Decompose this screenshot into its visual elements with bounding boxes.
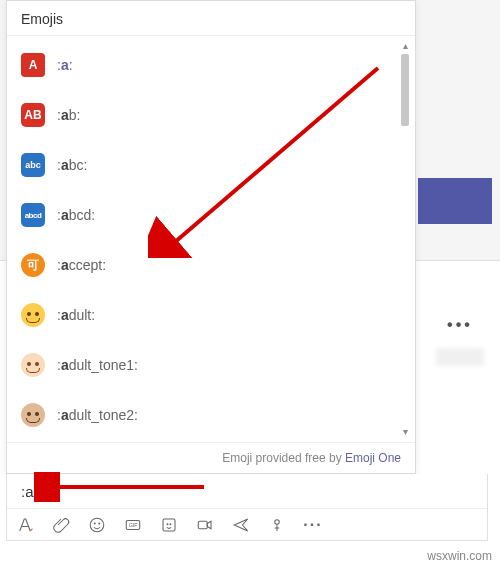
message-input-value: :a bbox=[21, 483, 34, 500]
meet-icon[interactable] bbox=[195, 515, 215, 535]
emoji-scrollbar[interactable]: ▴ ▾ bbox=[397, 40, 413, 438]
emoji-picker-popup: Emojis A :a: AB :ab: abc :abc: abcd :abc… bbox=[6, 0, 416, 474]
emoji-one-link[interactable]: Emoji One bbox=[345, 451, 401, 465]
message-compose-box: :a GIF ··· bbox=[6, 474, 488, 541]
emoji-footer: Emoji provided free by Emoji One bbox=[7, 442, 415, 473]
emoji-icon[interactable] bbox=[87, 515, 107, 535]
emoji-adult-icon bbox=[21, 303, 45, 327]
svg-point-1 bbox=[94, 523, 95, 524]
emoji-item-adult-tone2[interactable]: :adult_tone2: bbox=[9, 390, 415, 440]
emoji-picker-title: Emojis bbox=[7, 1, 415, 36]
watermark: wsxwin.com bbox=[427, 549, 492, 563]
stream-icon[interactable] bbox=[267, 515, 287, 535]
emoji-list: A :a: AB :ab: abc :abc: abcd :abcd: 可 :a… bbox=[7, 36, 415, 440]
emoji-picker-scroll: A :a: AB :ab: abc :abc: abcd :abcd: 可 :a… bbox=[7, 36, 415, 442]
svg-point-7 bbox=[170, 523, 171, 524]
text-cursor bbox=[35, 482, 36, 500]
emoji-a-icon: A bbox=[21, 53, 45, 77]
svg-point-2 bbox=[99, 523, 100, 524]
emoji-item-label: :adult_tone2: bbox=[57, 407, 138, 423]
emoji-ab-icon: AB bbox=[21, 103, 45, 127]
emoji-item-accept[interactable]: 可 :accept: bbox=[9, 240, 415, 290]
emoji-accept-icon: 可 bbox=[21, 253, 45, 277]
emoji-item-adult[interactable]: :adult: bbox=[9, 290, 415, 340]
background-more-dots[interactable]: ••• bbox=[438, 316, 482, 340]
svg-point-9 bbox=[275, 519, 280, 524]
emoji-item-label: :adult_tone1: bbox=[57, 357, 138, 373]
svg-rect-5 bbox=[163, 519, 175, 531]
emoji-item-label: :ab: bbox=[57, 107, 80, 123]
svg-point-0 bbox=[90, 518, 104, 532]
send-icon[interactable] bbox=[231, 515, 251, 535]
attach-icon[interactable] bbox=[51, 515, 71, 535]
emoji-adult-tone1-icon bbox=[21, 353, 45, 377]
format-icon[interactable] bbox=[15, 515, 35, 535]
svg-point-6 bbox=[167, 523, 168, 524]
emoji-abcd-icon: abcd bbox=[21, 203, 45, 227]
scroll-down-icon[interactable]: ▾ bbox=[397, 426, 413, 438]
emoji-item-adult-tone1[interactable]: :adult_tone1: bbox=[9, 340, 415, 390]
compose-toolbar: GIF ··· bbox=[7, 509, 487, 540]
emoji-item-abc[interactable]: abc :abc: bbox=[9, 140, 415, 190]
emoji-item-abcd[interactable]: abcd :abcd: bbox=[9, 190, 415, 240]
sticker-icon[interactable] bbox=[159, 515, 179, 535]
background-purple-band bbox=[418, 178, 492, 224]
emoji-abc-icon: abc bbox=[21, 153, 45, 177]
emoji-adult-tone2-icon bbox=[21, 403, 45, 427]
scroll-track[interactable] bbox=[401, 54, 409, 424]
svg-rect-8 bbox=[198, 521, 207, 529]
scroll-thumb[interactable] bbox=[401, 54, 409, 126]
svg-text:GIF: GIF bbox=[129, 522, 138, 528]
gif-icon[interactable]: GIF bbox=[123, 515, 143, 535]
emoji-item-label: :abcd: bbox=[57, 207, 95, 223]
emoji-item-a[interactable]: A :a: bbox=[9, 40, 415, 90]
background-smudge bbox=[436, 348, 484, 366]
emoji-item-label: :a: bbox=[57, 57, 73, 73]
more-icon[interactable]: ··· bbox=[303, 515, 323, 535]
emoji-item-label: :abc: bbox=[57, 157, 87, 173]
scroll-up-icon[interactable]: ▴ bbox=[397, 40, 413, 52]
emoji-item-ab[interactable]: AB :ab: bbox=[9, 90, 415, 140]
emoji-item-label: :accept: bbox=[57, 257, 106, 273]
emoji-item-label: :adult: bbox=[57, 307, 95, 323]
message-input[interactable]: :a bbox=[7, 474, 487, 509]
